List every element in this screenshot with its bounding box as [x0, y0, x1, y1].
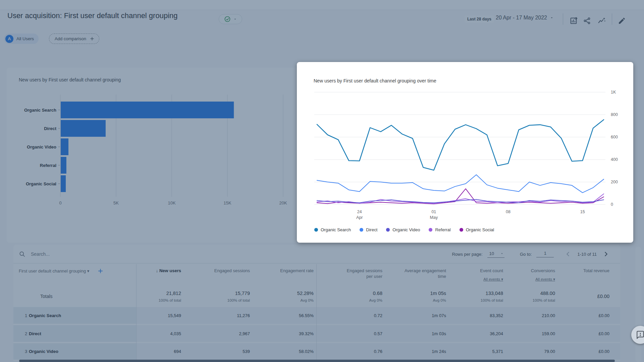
svg-text:1K: 1K: [611, 90, 616, 95]
legend-dot: [314, 228, 318, 232]
svg-text:800: 800: [611, 112, 618, 117]
line-chart-title: New users by First user default channel …: [314, 78, 436, 83]
svg-text:600: 600: [611, 135, 618, 139]
legend-label: Organic Social: [466, 227, 494, 232]
line-series-direct: [317, 175, 604, 193]
legend-label: Organic Video: [392, 227, 420, 232]
line-chart: 02004006008001K24Apr01May0815: [307, 87, 629, 225]
legend-label: Organic Search: [321, 227, 351, 232]
line-chart-spotlight-card: New users by First user default channel …: [297, 62, 633, 243]
legend-label: Direct: [366, 227, 377, 232]
svg-text:01May: 01May: [430, 209, 438, 220]
legend-dot: [429, 228, 432, 232]
svg-text:200: 200: [611, 180, 618, 184]
legend-label: Referral: [435, 227, 450, 232]
feedback-bubble-icon: [636, 330, 644, 339]
svg-text:24Apr: 24Apr: [356, 209, 363, 220]
legend-dot: [386, 228, 390, 232]
svg-text:400: 400: [611, 157, 618, 162]
legend-dot: [360, 228, 363, 232]
chart-legend: Organic SearchDirectOrganic VideoReferra…: [314, 227, 494, 232]
svg-text:08: 08: [506, 209, 511, 214]
legend-item-direct[interactable]: Direct: [360, 227, 377, 232]
legend-item-referral[interactable]: Referral: [429, 227, 450, 232]
line-series-organic-search: [317, 120, 604, 170]
legend-item-organic-search[interactable]: Organic Search: [314, 227, 351, 232]
svg-text:15: 15: [580, 209, 585, 214]
legend-item-organic-social[interactable]: Organic Social: [460, 227, 494, 232]
svg-text:0: 0: [611, 202, 613, 207]
legend-item-organic-video[interactable]: Organic Video: [386, 227, 420, 232]
legend-dot: [460, 228, 463, 232]
